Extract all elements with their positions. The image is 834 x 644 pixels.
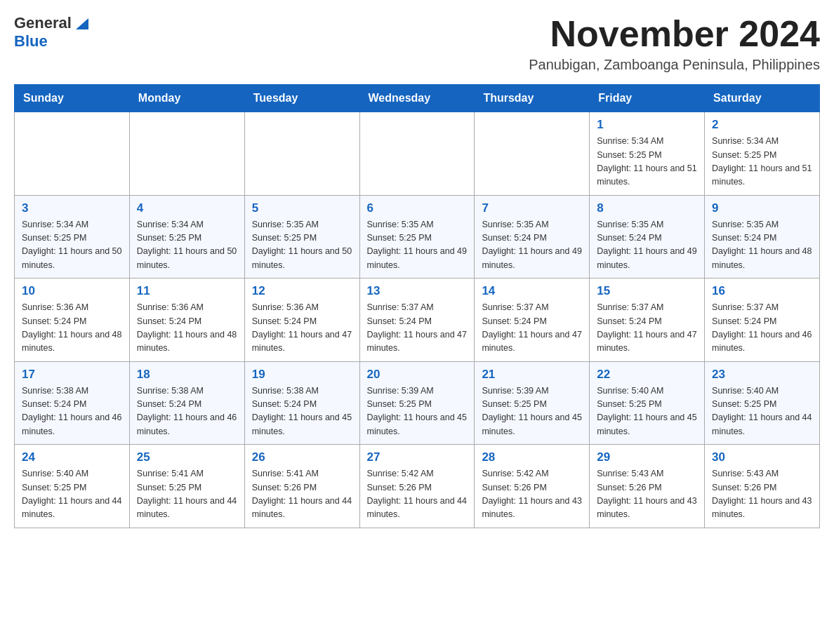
- day-info: Sunrise: 5:35 AM Sunset: 5:24 PM Dayligh…: [712, 218, 812, 273]
- day-number: 16: [712, 284, 812, 298]
- calendar-week-row: 3Sunrise: 5:34 AM Sunset: 5:25 PM Daylig…: [15, 195, 820, 279]
- calendar-cell: 19Sunrise: 5:38 AM Sunset: 5:24 PM Dayli…: [244, 361, 359, 445]
- day-info: Sunrise: 5:34 AM Sunset: 5:25 PM Dayligh…: [597, 135, 697, 189]
- day-number: 24: [22, 450, 122, 464]
- day-number: 8: [597, 201, 697, 215]
- calendar-cell: 10Sunrise: 5:36 AM Sunset: 5:24 PM Dayli…: [15, 279, 130, 362]
- col-header-wednesday: Wednesday: [359, 85, 475, 112]
- day-info: Sunrise: 5:35 AM Sunset: 5:24 PM Dayligh…: [482, 218, 582, 273]
- calendar-cell: 14Sunrise: 5:37 AM Sunset: 5:24 PM Dayli…: [475, 279, 590, 362]
- calendar-cell: 16Sunrise: 5:37 AM Sunset: 5:24 PM Dayli…: [705, 279, 820, 362]
- day-number: 26: [252, 450, 352, 464]
- day-number: 13: [367, 284, 468, 298]
- day-info: Sunrise: 5:35 AM Sunset: 5:25 PM Dayligh…: [367, 218, 468, 273]
- day-number: 5: [252, 201, 352, 215]
- location-subtitle: Panubigan, Zamboanga Peninsula, Philippi…: [529, 57, 820, 73]
- day-number: 17: [22, 368, 122, 382]
- calendar-cell: 6Sunrise: 5:35 AM Sunset: 5:25 PM Daylig…: [359, 195, 475, 279]
- calendar-cell: 28Sunrise: 5:42 AM Sunset: 5:26 PM Dayli…: [475, 445, 590, 528]
- day-info: Sunrise: 5:38 AM Sunset: 5:24 PM Dayligh…: [252, 384, 352, 439]
- col-header-tuesday: Tuesday: [244, 85, 359, 112]
- calendar-cell: 8Sunrise: 5:35 AM Sunset: 5:24 PM Daylig…: [590, 195, 705, 279]
- calendar-cell: 2Sunrise: 5:34 AM Sunset: 5:25 PM Daylig…: [705, 112, 820, 196]
- day-number: 11: [137, 284, 237, 298]
- day-number: 27: [367, 450, 468, 464]
- calendar-week-row: 24Sunrise: 5:40 AM Sunset: 5:25 PM Dayli…: [15, 445, 820, 528]
- day-number: 14: [482, 284, 582, 298]
- day-number: 23: [712, 368, 812, 382]
- day-number: 9: [712, 201, 812, 215]
- day-number: 12: [252, 284, 352, 298]
- day-info: Sunrise: 5:40 AM Sunset: 5:25 PM Dayligh…: [22, 467, 122, 522]
- month-title: November 2024: [529, 14, 820, 54]
- calendar-cell: 27Sunrise: 5:42 AM Sunset: 5:26 PM Dayli…: [359, 445, 475, 528]
- day-number: 4: [137, 201, 237, 215]
- day-info: Sunrise: 5:37 AM Sunset: 5:24 PM Dayligh…: [482, 301, 582, 356]
- calendar-cell: [15, 112, 130, 196]
- day-info: Sunrise: 5:36 AM Sunset: 5:24 PM Dayligh…: [137, 301, 237, 356]
- day-number: 25: [137, 450, 237, 464]
- day-info: Sunrise: 5:41 AM Sunset: 5:25 PM Dayligh…: [137, 467, 237, 522]
- calendar-cell: 9Sunrise: 5:35 AM Sunset: 5:24 PM Daylig…: [705, 195, 820, 279]
- day-number: 30: [712, 450, 812, 464]
- calendar-week-row: 17Sunrise: 5:38 AM Sunset: 5:24 PM Dayli…: [15, 361, 820, 445]
- day-info: Sunrise: 5:39 AM Sunset: 5:25 PM Dayligh…: [482, 384, 582, 439]
- day-number: 20: [367, 368, 468, 382]
- calendar-week-row: 10Sunrise: 5:36 AM Sunset: 5:24 PM Dayli…: [15, 279, 820, 362]
- calendar-cell: 26Sunrise: 5:41 AM Sunset: 5:26 PM Dayli…: [244, 445, 359, 528]
- day-info: Sunrise: 5:37 AM Sunset: 5:24 PM Dayligh…: [597, 301, 697, 356]
- day-number: 21: [482, 368, 582, 382]
- calendar-cell: 23Sunrise: 5:40 AM Sunset: 5:25 PM Dayli…: [705, 361, 820, 445]
- day-number: 2: [712, 118, 812, 132]
- day-number: 7: [482, 201, 582, 215]
- calendar-table: SundayMondayTuesdayWednesdayThursdayFrid…: [14, 84, 820, 528]
- calendar-cell: 20Sunrise: 5:39 AM Sunset: 5:25 PM Dayli…: [359, 361, 475, 445]
- day-number: 3: [22, 201, 122, 215]
- day-number: 22: [597, 368, 697, 382]
- calendar-cell: 29Sunrise: 5:43 AM Sunset: 5:26 PM Dayli…: [590, 445, 705, 528]
- day-info: Sunrise: 5:34 AM Sunset: 5:25 PM Dayligh…: [137, 218, 237, 273]
- calendar-cell: 7Sunrise: 5:35 AM Sunset: 5:24 PM Daylig…: [475, 195, 590, 279]
- col-header-friday: Friday: [590, 85, 705, 112]
- calendar-header-row: SundayMondayTuesdayWednesdayThursdayFrid…: [15, 85, 820, 112]
- calendar-cell: [359, 112, 475, 196]
- day-info: Sunrise: 5:42 AM Sunset: 5:26 PM Dayligh…: [367, 467, 468, 522]
- day-info: Sunrise: 5:41 AM Sunset: 5:26 PM Dayligh…: [252, 467, 352, 522]
- day-info: Sunrise: 5:36 AM Sunset: 5:24 PM Dayligh…: [252, 301, 352, 356]
- calendar-week-row: 1Sunrise: 5:34 AM Sunset: 5:25 PM Daylig…: [15, 112, 820, 196]
- col-header-sunday: Sunday: [15, 85, 130, 112]
- day-info: Sunrise: 5:36 AM Sunset: 5:24 PM Dayligh…: [22, 301, 122, 356]
- day-info: Sunrise: 5:43 AM Sunset: 5:26 PM Dayligh…: [597, 467, 697, 522]
- day-number: 18: [137, 368, 237, 382]
- day-info: Sunrise: 5:40 AM Sunset: 5:25 PM Dayligh…: [597, 384, 697, 439]
- calendar-cell: 17Sunrise: 5:38 AM Sunset: 5:24 PM Dayli…: [15, 361, 130, 445]
- logo: General Blue: [14, 14, 91, 51]
- calendar-cell: [244, 112, 359, 196]
- day-info: Sunrise: 5:34 AM Sunset: 5:25 PM Dayligh…: [22, 218, 122, 273]
- day-info: Sunrise: 5:37 AM Sunset: 5:24 PM Dayligh…: [367, 301, 468, 356]
- day-info: Sunrise: 5:43 AM Sunset: 5:26 PM Dayligh…: [712, 467, 812, 522]
- calendar-cell: 5Sunrise: 5:35 AM Sunset: 5:25 PM Daylig…: [244, 195, 359, 279]
- day-info: Sunrise: 5:42 AM Sunset: 5:26 PM Dayligh…: [482, 467, 582, 522]
- day-number: 15: [597, 284, 697, 298]
- col-header-saturday: Saturday: [705, 85, 820, 112]
- day-number: 1: [597, 118, 697, 132]
- calendar-cell: 21Sunrise: 5:39 AM Sunset: 5:25 PM Dayli…: [475, 361, 590, 445]
- day-info: Sunrise: 5:35 AM Sunset: 5:24 PM Dayligh…: [597, 218, 697, 273]
- calendar-cell: 13Sunrise: 5:37 AM Sunset: 5:24 PM Dayli…: [359, 279, 475, 362]
- calendar-cell: 22Sunrise: 5:40 AM Sunset: 5:25 PM Dayli…: [590, 361, 705, 445]
- calendar-cell: 24Sunrise: 5:40 AM Sunset: 5:25 PM Dayli…: [15, 445, 130, 528]
- logo-blue-text: Blue: [14, 32, 48, 51]
- calendar-cell: 4Sunrise: 5:34 AM Sunset: 5:25 PM Daylig…: [129, 195, 244, 279]
- day-info: Sunrise: 5:39 AM Sunset: 5:25 PM Dayligh…: [367, 384, 468, 439]
- col-header-thursday: Thursday: [475, 85, 590, 112]
- day-number: 28: [482, 450, 582, 464]
- calendar-cell: [129, 112, 244, 196]
- col-header-monday: Monday: [129, 85, 244, 112]
- day-info: Sunrise: 5:34 AM Sunset: 5:25 PM Dayligh…: [712, 135, 812, 189]
- logo-general-text: General: [14, 14, 72, 32]
- svg-marker-0: [76, 18, 88, 29]
- page-header: General Blue November 2024 Panubigan, Za…: [14, 14, 820, 73]
- day-info: Sunrise: 5:40 AM Sunset: 5:25 PM Dayligh…: [712, 384, 812, 439]
- calendar-cell: [475, 112, 590, 196]
